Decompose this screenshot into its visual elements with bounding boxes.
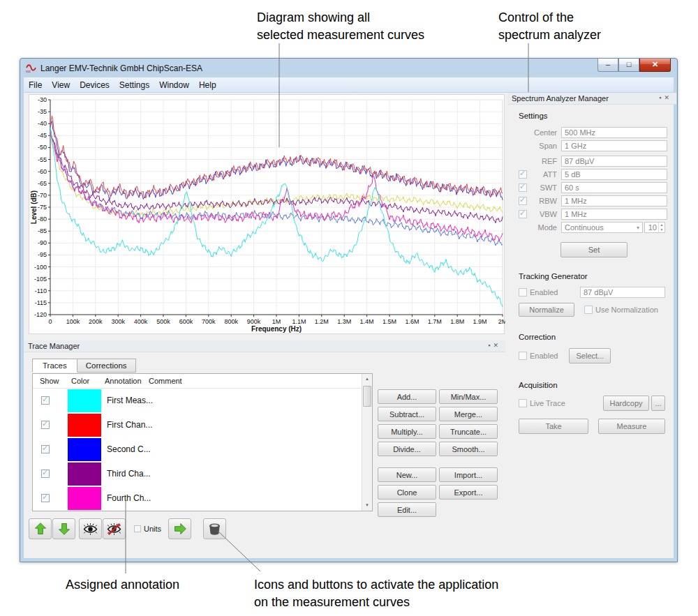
trace-buttons-col2: Min/Max...Merge...Truncate...Smooth...Im… — [439, 389, 498, 502]
svg-text:600k: 600k — [179, 318, 193, 325]
window-title: Langer EMV-Technik GmbH ChipScan-ESA — [40, 63, 202, 73]
trace-show-checkbox[interactable] — [41, 421, 50, 429]
att-field[interactable] — [561, 169, 667, 180]
measure-button[interactable]: Measure — [598, 419, 665, 434]
divide-button[interactable]: Divide... — [378, 442, 436, 456]
spinner-arrows-icon[interactable]: ▲▼ — [658, 223, 664, 232]
setting-row-vbw: VBW — [519, 208, 676, 220]
take-button[interactable]: Take — [519, 419, 588, 434]
menu-item-file[interactable]: File — [24, 79, 47, 91]
min-max-button[interactable]: Min/Max... — [439, 389, 498, 404]
export-button[interactable]: Export... — [439, 485, 498, 499]
svg-text:-90: -90 — [38, 239, 47, 246]
menu-item-window[interactable]: Window — [154, 79, 194, 91]
set-button[interactable]: Set — [560, 242, 628, 257]
center-field[interactable] — [561, 127, 667, 138]
trace-color-swatch[interactable] — [68, 438, 101, 461]
scroll-down-icon[interactable]: ▼ — [362, 500, 372, 511]
trace-color-swatch[interactable] — [68, 487, 101, 510]
trace-show-checkbox[interactable] — [41, 494, 50, 502]
show-trace-button[interactable] — [79, 518, 102, 539]
rbw-checkbox[interactable] — [519, 197, 527, 205]
vbw-checkbox[interactable] — [519, 210, 527, 218]
move-up-button[interactable] — [29, 518, 52, 539]
tab-traces[interactable]: Traces — [32, 359, 77, 373]
normalize-button[interactable]: Normalize — [519, 303, 574, 317]
trace-row[interactable]: Fourth Ch... — [33, 486, 362, 511]
annotation-control: Control of the spectrum analyzer — [498, 9, 601, 44]
ref-field[interactable] — [561, 156, 667, 167]
add-button[interactable]: Add... — [378, 389, 436, 404]
span-field[interactable] — [561, 140, 667, 151]
setting-label: Center — [529, 128, 557, 137]
swt-checkbox[interactable] — [519, 183, 527, 192]
delete-trace-button[interactable] — [203, 518, 226, 539]
correction-select-button[interactable]: Select... — [569, 348, 611, 363]
trace-row[interactable]: Third Cha... — [33, 462, 362, 486]
trace-show-checkbox[interactable] — [41, 396, 50, 405]
multiply-button[interactable]: Multiply... — [378, 424, 436, 439]
trace-annotation: Second C... — [107, 444, 151, 454]
hardcopy-button[interactable]: Hardcopy — [603, 396, 649, 411]
window-content: Frequency (Hz) Level (dB) 0100k200k300k4… — [24, 93, 674, 558]
trace-color-swatch[interactable] — [68, 414, 101, 437]
trace-color-swatch[interactable] — [68, 389, 101, 412]
tab-corrections[interactable]: Corrections — [77, 359, 136, 373]
swt-field[interactable] — [561, 182, 667, 193]
close-panel-icon[interactable]: ✕ — [493, 342, 501, 349]
units-checkbox[interactable] — [134, 525, 141, 532]
scroll-up-icon[interactable]: ▲ — [362, 374, 372, 384]
close-button[interactable]: ✕ — [639, 59, 671, 72]
tg-level-field[interactable] — [580, 287, 665, 298]
edit-button[interactable]: Edit... — [378, 502, 436, 517]
minimize-button[interactable]: – — [597, 59, 618, 72]
menu-item-devices[interactable]: Devices — [75, 79, 114, 91]
hardcopy-more-button[interactable]: ... — [651, 396, 665, 411]
langer-logo-icon: xqc — [26, 63, 36, 73]
svg-text:1.8M: 1.8M — [450, 318, 464, 325]
truncate-button[interactable]: Truncate... — [439, 424, 498, 439]
merge-button[interactable]: Merge... — [439, 407, 498, 421]
live-trace-label: Live Trace — [530, 399, 565, 407]
annotation-text: Assigned annotation — [66, 576, 179, 594]
trace-color-swatch[interactable] — [68, 463, 101, 486]
svg-text:-120: -120 — [34, 311, 47, 318]
title-bar[interactable]: xqc Langer EMV-Technik GmbH ChipScan-ESA — [20, 59, 677, 77]
correction-enabled-checkbox[interactable] — [519, 352, 527, 360]
menu-item-settings[interactable]: Settings — [114, 79, 154, 91]
vbw-field[interactable] — [561, 209, 667, 220]
menu-item-view[interactable]: View — [47, 79, 75, 91]
setting-row-ref: REF — [519, 155, 676, 167]
use-normalization-checkbox[interactable] — [584, 306, 593, 314]
move-down-button[interactable] — [52, 518, 75, 539]
mode-dropdown[interactable]: Continuous▾ — [561, 222, 643, 233]
close-panel-icon[interactable]: ✕ — [664, 94, 672, 101]
count-spinner[interactable]: 10▲▼ — [644, 222, 665, 233]
maximize-button[interactable]: □ — [618, 59, 639, 72]
menu-item-help[interactable]: Help — [194, 79, 221, 91]
trace-row[interactable]: First Meas... — [33, 389, 362, 413]
smooth-button[interactable]: Smooth... — [439, 442, 498, 456]
menu-bar: FileViewDevicesSettingsWindowHelp — [24, 77, 674, 93]
trace-show-checkbox[interactable] — [41, 445, 50, 453]
svg-text:1.5M: 1.5M — [383, 318, 396, 325]
trace-row[interactable]: First Chan... — [33, 413, 362, 437]
measurement-chart[interactable]: Frequency (Hz) Level (dB) 0100k200k300k4… — [29, 94, 505, 334]
scrollbar[interactable]: ▲ ▼ — [362, 374, 372, 511]
new-button[interactable]: New... — [378, 467, 436, 482]
svg-text:700k: 700k — [202, 318, 216, 325]
apply-button[interactable] — [168, 518, 191, 539]
att-checkbox[interactable] — [519, 170, 527, 179]
import-button[interactable]: Import... — [439, 467, 498, 482]
subtract-button[interactable]: Subtract... — [378, 407, 436, 421]
clone-button[interactable]: Clone — [378, 485, 436, 499]
trace-row[interactable]: Second C... — [33, 437, 362, 462]
trace-show-checkbox[interactable] — [41, 469, 50, 478]
live-trace-checkbox[interactable] — [519, 399, 527, 407]
scrollbar-thumb[interactable] — [363, 386, 371, 407]
rbw-field[interactable] — [561, 195, 667, 206]
panel-title[interactable]: Spectrum Analyzer Manager ▪✕ — [507, 93, 676, 105]
hide-trace-button[interactable] — [103, 518, 126, 539]
panel-title[interactable]: Trace Manager ▪✕ — [24, 340, 505, 352]
tg-enabled-checkbox[interactable] — [519, 288, 527, 296]
